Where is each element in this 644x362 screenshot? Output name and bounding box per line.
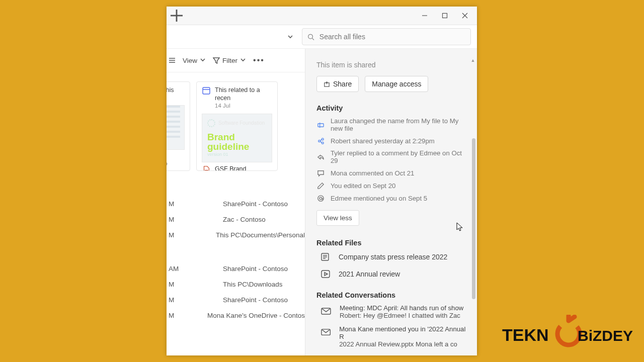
- filter-label: Filter: [222, 57, 237, 64]
- minimize-button[interactable]: [415, 9, 435, 23]
- activity-text: You edited on Sept 20: [331, 182, 395, 190]
- new-tab-button[interactable]: [169, 9, 185, 23]
- conversation-title: Meeting: MDC April: All hands run of sho…: [340, 304, 463, 312]
- related-file[interactable]: Company stats press release 2022: [320, 252, 468, 262]
- list-item[interactable]: MThis PC\Documents\Personal: [167, 227, 305, 243]
- scrollbar[interactable]: ▲: [470, 58, 476, 355]
- search-box[interactable]: [302, 28, 471, 45]
- list-item[interactable]: MZac - Contoso: [167, 212, 305, 227]
- related-conversation[interactable]: Mona Kane mentioned you in '2022 Annual …: [320, 325, 468, 348]
- list-item[interactable]: MThis PC\Downloads: [167, 277, 305, 292]
- card-title: GSF Brand Guideline: [215, 165, 272, 171]
- chevron-down-icon: [287, 34, 293, 40]
- rename-icon: [316, 121, 325, 129]
- title-bar: [167, 7, 477, 25]
- activity-item: Tyler replied to a comment by Edmee on O…: [316, 149, 468, 164]
- brand-text-1: TEKN: [502, 325, 549, 344]
- scope-dropdown[interactable]: [283, 29, 298, 44]
- file-list: MSharePoint - Contoso MZac - Contoso MTh…: [167, 171, 305, 323]
- app-window: View Filter ••• mmented on this: [167, 7, 477, 355]
- share-icon: [324, 81, 330, 87]
- list-location: Mona Kane's OneDrive - Contos: [207, 312, 305, 319]
- svg-rect-31: [321, 270, 330, 278]
- thumbnail-org: Software Foundation: [218, 120, 265, 126]
- video-file-icon: [320, 269, 331, 279]
- list-icon: [169, 57, 176, 64]
- content-pane: View Filter ••• mmented on this: [167, 49, 305, 355]
- svg-point-21: [321, 138, 324, 140]
- mention-icon: [316, 194, 325, 202]
- card-thumbnail: [167, 105, 185, 150]
- svg-line-7: [312, 38, 314, 40]
- calendar-icon: [202, 86, 211, 95]
- svg-point-20: [318, 140, 320, 142]
- file-cards: mmented on this PM W tes Drive - Contoso: [167, 72, 305, 171]
- svg-rect-18: [317, 123, 323, 127]
- details-panel: This item is shared Share Manage access …: [305, 49, 477, 355]
- filter-icon: [213, 57, 220, 64]
- card-thumbnail: Software Foundation Brand guideline vers…: [202, 114, 272, 163]
- comment-icon: [316, 169, 325, 177]
- filter-dropdown[interactable]: Filter: [213, 57, 246, 64]
- close-icon: [462, 13, 468, 19]
- list-mode-button[interactable]: [169, 57, 176, 64]
- list-item[interactable]: AMSharePoint - Contoso: [167, 261, 305, 277]
- activity-header: Activity: [316, 104, 468, 112]
- activity-text: Edmee mentioned you on Sept 5: [331, 195, 427, 202]
- list-location: This PC\Downloads: [223, 281, 283, 288]
- list-item[interactable]: MMona Kane's OneDrive - Contos: [167, 308, 305, 323]
- list-location: Zac - Contoso: [223, 216, 266, 223]
- activity-list: Laura changed the name from My file to M…: [316, 117, 468, 202]
- maximize-button[interactable]: [435, 9, 455, 23]
- activity-text: Laura changed the name from My file to M…: [331, 117, 468, 132]
- list-location: SharePoint - Contoso: [223, 296, 288, 304]
- list-item[interactable]: MSharePoint - Contoso: [167, 196, 305, 212]
- activity-item: You edited on Sept 20: [316, 182, 468, 190]
- shared-status: This item is shared: [316, 61, 468, 69]
- activity-item: Laura changed the name from My file to M…: [316, 117, 468, 132]
- chevron-down-icon: [240, 57, 246, 63]
- related-file-name: Company stats press release 2022: [339, 253, 447, 261]
- conversation-title: Mona Kane mentioned you in '2022 Annual …: [339, 325, 468, 340]
- svg-point-22: [321, 142, 324, 144]
- svg-rect-14: [203, 87, 210, 94]
- scroll-up-arrow[interactable]: ▲: [470, 58, 476, 63]
- card-headline: mmented on this: [167, 86, 174, 94]
- more-actions-button[interactable]: •••: [253, 56, 265, 65]
- activity-item: Edmee mentioned you on Sept 5: [316, 194, 468, 202]
- related-file[interactable]: 2021 Annual review: [320, 269, 468, 279]
- mail-icon: [320, 306, 332, 317]
- file-card[interactable]: mmented on this PM W tes Drive - Contoso: [167, 81, 190, 171]
- share-button[interactable]: Share: [316, 76, 359, 92]
- activity-text: Robert shared yesterday at 2:29pm: [331, 137, 435, 145]
- list-item[interactable]: MSharePoint - Contoso: [167, 292, 305, 308]
- mouse-cursor: [456, 222, 463, 233]
- reply-icon: [316, 153, 325, 161]
- content-toolbar: View Filter •••: [167, 53, 305, 72]
- view-less-button[interactable]: View less: [316, 210, 359, 226]
- svg-line-24: [320, 141, 321, 142]
- search-input[interactable]: [319, 33, 465, 41]
- related-conversation[interactable]: Meeting: MDC April: All hands run of sho…: [320, 304, 468, 319]
- list-location: SharePoint - Contoso: [223, 200, 288, 208]
- file-card[interactable]: This related to a recen 14 Jul Software …: [196, 81, 278, 171]
- scroll-thumb[interactable]: [472, 138, 475, 299]
- view-label: View: [183, 57, 197, 64]
- search-icon: [307, 33, 314, 41]
- activity-item: Robert shared yesterday at 2:29pm: [316, 137, 468, 145]
- minimize-icon: [422, 13, 428, 19]
- manage-access-button[interactable]: Manage access: [365, 76, 428, 92]
- related-files-list: Company stats press release 2022 2021 An…: [320, 252, 468, 279]
- thumbnail-title-1: Brand: [207, 132, 267, 142]
- card-headline: This related to a recen: [215, 86, 272, 103]
- close-button[interactable]: [455, 9, 475, 23]
- brand-text-2: BiZDEYiZ: [578, 327, 633, 344]
- activity-text: Mona commented on Oct 21: [331, 169, 414, 177]
- list-location: SharePoint - Contoso: [223, 265, 288, 273]
- list-location: This PC\Documents\Personal: [216, 231, 305, 239]
- search-row: [167, 25, 477, 49]
- activity-text: Tyler replied to a comment by Edmee on O…: [331, 149, 468, 164]
- view-dropdown[interactable]: View: [183, 57, 206, 64]
- news-file-icon: [320, 252, 331, 262]
- svg-marker-11: [213, 58, 219, 63]
